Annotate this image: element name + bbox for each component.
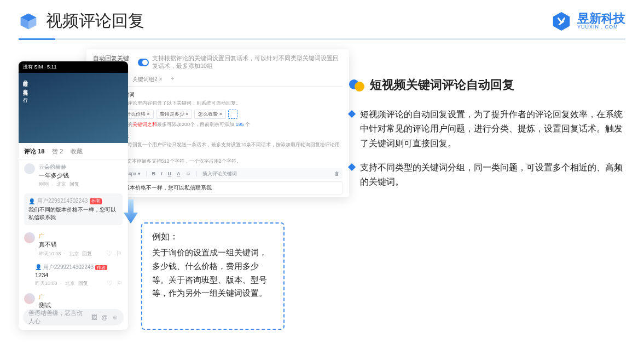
comment-text: 测试 (39, 301, 122, 310)
page-title: 视频评论回复 (46, 10, 144, 32)
config-head-desc: 支持根据评论的关键词设置回复话术，可以针对不同类型关键词设置回复话术，最多添加1… (152, 55, 343, 70)
cube-icon (19, 12, 38, 31)
avatar-icon: 👤 (28, 198, 35, 204)
example-title: 例如： (152, 231, 274, 243)
comment-text: 真不错 (39, 241, 122, 249)
video-thumbnail: 身的力有限 有笑心有满 行 (19, 73, 128, 143)
reply-text: 我们不同的版本价格不一样，您可以私信联系我 (28, 206, 118, 221)
logo-text-cn: 昱新科技 (577, 13, 625, 25)
section-title: 短视频关键词评论自动回复 (370, 77, 514, 93)
underline-icon[interactable]: U (168, 171, 172, 176)
keyword-section-title: 设置评论关键词 (93, 91, 343, 99)
diamond-bullet-icon (348, 110, 356, 118)
comment-item: 👤 用户2299214302243 作者 1234 昨天10:08 · 北京 回… (19, 260, 128, 289)
tab-comments[interactable]: 评论 18 (24, 147, 44, 156)
avatar-icon: 👤 (35, 264, 42, 270)
comment-username: 广 (39, 293, 122, 301)
reply-section-title: 设置回复话术 (93, 133, 343, 140)
tab-keyword-group-2[interactable]: 关键词组2 × (131, 75, 163, 84)
editor-toolbar: 系统字体 ▾ 14px ▾ B I U A ☺ 插入评论关键词 🗑 (93, 168, 343, 179)
avatar (24, 293, 35, 304)
image-icon[interactable]: 🖼 (91, 314, 97, 321)
comment-item: 广 真不错 昨天10:08 · 北京 回复♡ ⚐ (19, 228, 128, 260)
avatar (24, 232, 35, 243)
insert-keyword-button[interactable]: 插入评论关键词 (202, 170, 237, 178)
comment-text: 1234 (35, 272, 123, 278)
header-divider (19, 38, 625, 40)
author-tag: 作者 (95, 265, 107, 270)
status-bar: 没有 SIM · 5:11 (19, 61, 128, 73)
diamond-bullet-icon (348, 163, 356, 171)
comment-item: 广 测试 (19, 289, 128, 312)
italic-icon[interactable]: I (161, 171, 163, 176)
phone-preview: 没有 SIM · 5:11 身的力有限 有笑心有满 行 评论 18 赞 2 收藏… (19, 61, 128, 330)
keyword-tag-cursor[interactable] (228, 110, 237, 119)
keyword-hint: 设置关键词，当评论里内容包含了以下关键词，则系统可自动回复。 (93, 100, 343, 107)
comment-username: 广 (39, 232, 122, 240)
font-color-icon[interactable]: A (177, 171, 181, 176)
tab-add-group[interactable]: + (170, 75, 175, 84)
emoji-icon[interactable]: ☺ (186, 171, 191, 176)
comment-item: 云朵的赫赫 一年多少钱 刚刚 · 北京 回复 (19, 159, 128, 190)
reply-limit-note: 1 提示：一个富文本框最多支持512个字符，一个汉字占用2个字符。 (93, 158, 343, 165)
tab-favorites[interactable]: 收藏 (71, 147, 83, 156)
video-caption: 身的力有限 有笑心有满 行 (22, 76, 29, 94)
bullet-text: 短视频评论的自动回复设置，为了提升作者的评论回复效率，在系统中针对常见的评论用户… (360, 107, 625, 151)
avatar (24, 163, 35, 174)
bold-icon[interactable]: B (152, 171, 156, 176)
logo-text-en: YUUXIN . COM (577, 25, 625, 30)
reply-link[interactable]: 回复 (78, 280, 88, 287)
reply-link[interactable]: 回复 (69, 181, 79, 188)
keyword-count-note: 所有关键词组里的关键词之和最多可添加200个，目前剩余可添加 195 个 (93, 121, 343, 128)
reply-editor[interactable]: 我们不同的版本价格不一样，您可以私信联系我 (93, 181, 343, 194)
keyword-tag[interactable]: 怎么收费 × (194, 110, 226, 119)
bullet-text: 支持不同类型的关键词分组，同一类问题，可设置多个相近的、高频的关键词。 (360, 161, 625, 190)
arrow-down-icon (123, 199, 139, 224)
comment-username: 云朵的赫赫 (39, 163, 122, 171)
example-callout: 例如： 关于询价的设置成一组关键词，多少钱、什么价格，费用多少等。关于咨询班型、… (141, 222, 285, 330)
overlap-circles-icon (349, 79, 364, 90)
comment-input[interactable]: 善语结善缘，恶言伤人心 🖼 @ ☺ (23, 309, 124, 325)
tab-likes[interactable]: 赞 2 (52, 147, 63, 156)
keyword-tags: 多少钱 × 什么价格 × 费用是多少 × 怎么收费 × (93, 110, 343, 119)
reply-hint: 设置回复话术，每回复一个用户评论只发送一条话术，最多支持设置10条不同话术，按添… (93, 141, 343, 156)
delete-icon[interactable]: 🗑 (334, 171, 339, 176)
comment-placeholder: 善语结善缘，恶言伤人心 (28, 309, 87, 325)
comment-text: 一年多少钱 (39, 171, 122, 180)
reply-link[interactable]: 回复 (82, 250, 92, 258)
keyword-tag[interactable]: 费用是多少 × (156, 110, 193, 119)
logo-hexagon-icon (551, 11, 572, 32)
brand-logo: 昱新科技 YUUXIN . COM (551, 11, 625, 32)
author-tag: 作者 (90, 198, 102, 204)
example-text: 关于询价的设置成一组关键词，多少钱、什么价格，费用多少等。关于咨询班型、版本、型… (152, 246, 274, 300)
mention-icon[interactable]: @ (102, 314, 108, 321)
emoji-icon[interactable]: ☺ (112, 314, 118, 321)
auto-reply-toggle[interactable] (138, 59, 149, 66)
author-reply-bubble: 👤用户2299214302243作者 我们不同的版本价格不一样，您可以私信联系我 (24, 193, 123, 225)
